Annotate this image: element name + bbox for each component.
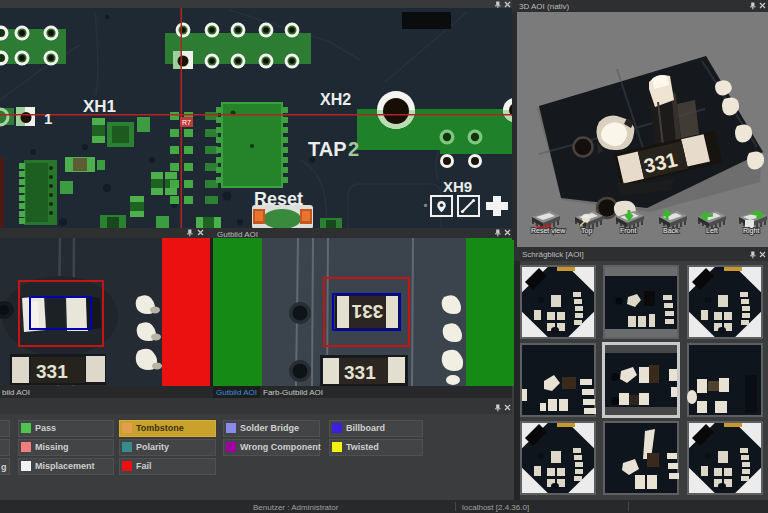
svg-text:Reset: Reset xyxy=(254,189,303,209)
svg-text:R7: R7 xyxy=(182,119,191,126)
svg-text:XH1: XH1 xyxy=(83,97,116,116)
svg-text:TAP: TAP xyxy=(308,138,347,160)
svg-text:331: 331 xyxy=(344,362,376,383)
svg-text:Reset view: Reset view xyxy=(531,227,566,234)
svg-text:Right: Right xyxy=(743,227,759,235)
svg-text:Left: Left xyxy=(706,227,718,234)
svg-text:2: 2 xyxy=(348,138,359,160)
svg-text:Top: Top xyxy=(581,227,592,235)
svg-text:Back: Back xyxy=(663,227,679,234)
svg-text:331: 331 xyxy=(351,301,383,322)
svg-text:331: 331 xyxy=(36,361,68,382)
svg-text:XH2: XH2 xyxy=(320,91,351,108)
svg-text:1: 1 xyxy=(44,110,52,127)
svg-text:Front: Front xyxy=(620,227,636,234)
svg-text:XH9: XH9 xyxy=(443,178,472,195)
